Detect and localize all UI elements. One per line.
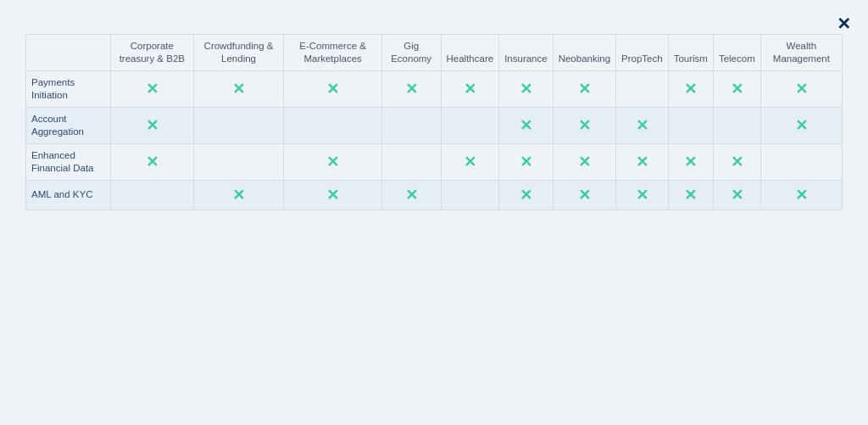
check-icon: ✕ (326, 81, 339, 98)
cell-r2-c8: ✕ (668, 143, 713, 180)
check-icon: ✕ (146, 117, 159, 134)
cell-r1-c8 (668, 107, 713, 143)
header-col-ecommerce: E-Commerce & Marketplaces (284, 35, 381, 71)
check-icon: ✕ (578, 117, 591, 134)
check-icon: ✕ (146, 154, 159, 171)
check-icon: ✕ (636, 117, 648, 134)
cell-r1-c9 (713, 107, 760, 143)
header-col-wealth: Wealth Management (760, 35, 842, 71)
check-icon: ✕ (464, 81, 476, 98)
header-col-tourism: Tourism (668, 35, 713, 71)
cell-r3-c9: ✕ (713, 180, 760, 210)
cell-r1-c7: ✕ (616, 107, 669, 143)
check-icon: ✕ (232, 187, 245, 204)
cell-r2-c4: ✕ (441, 143, 499, 180)
cell-r3-c10: ✕ (760, 180, 842, 210)
check-icon: ✕ (326, 187, 339, 204)
cell-r0-c8: ✕ (668, 70, 713, 107)
cell-r3-c2: ✕ (284, 180, 381, 210)
check-icon: ✕ (405, 187, 418, 204)
cell-r2-c6: ✕ (553, 143, 615, 180)
cell-r0-c10: ✕ (760, 70, 842, 107)
check-icon: ✕ (636, 154, 648, 171)
cell-r0-c0: ✕ (111, 70, 194, 107)
cell-r1-c1 (193, 107, 284, 143)
cell-r0-c5: ✕ (499, 70, 554, 107)
check-icon: ✕ (146, 81, 159, 98)
page-container: ✕ Corporate treasury & B2BCrowdfunding &… (0, 0, 868, 425)
header-col-healthcare: Healthcare (441, 35, 499, 71)
cell-r1-c4 (441, 107, 499, 143)
check-icon: ✕ (326, 154, 339, 171)
cell-r2-c7: ✕ (616, 143, 669, 180)
cell-r2-c0: ✕ (111, 143, 194, 180)
check-icon: ✕ (795, 187, 808, 204)
row-label-3: AML and KYC (26, 180, 111, 210)
logo-icon: ✕ (837, 14, 851, 34)
cell-r2-c2: ✕ (284, 143, 381, 180)
check-icon: ✕ (405, 81, 418, 98)
cell-r0-c7 (616, 70, 669, 107)
comparison-table: Corporate treasury & B2BCrowdfunding & L… (25, 34, 843, 210)
row-label-0: Payments Initiation (26, 70, 111, 107)
check-icon: ✕ (731, 154, 743, 171)
cell-r3-c7: ✕ (616, 180, 669, 210)
check-icon: ✕ (684, 154, 697, 171)
cell-r1-c0: ✕ (111, 107, 194, 143)
header-col-corporate: Corporate treasury & B2B (111, 35, 194, 71)
cell-r3-c3: ✕ (381, 180, 441, 210)
cell-r1-c5: ✕ (499, 107, 554, 143)
cell-r1-c10: ✕ (760, 107, 842, 143)
header-col-telecom: Telecom (713, 35, 760, 71)
check-icon: ✕ (520, 81, 532, 98)
cell-r2-c1 (193, 143, 284, 180)
cell-r0-c4: ✕ (441, 70, 499, 107)
header-col-neobanking: Neobanking (553, 35, 615, 71)
cell-r3-c0 (111, 180, 194, 210)
table-row: Payments Initiation✕✕✕✕✕✕✕✕✕✕ (26, 70, 843, 107)
check-icon: ✕ (520, 117, 532, 134)
cell-r3-c8: ✕ (668, 180, 713, 210)
cell-r1-c6: ✕ (553, 107, 615, 143)
table-row: Account Aggregation✕✕✕✕✕ (26, 107, 843, 143)
table-header-row: Corporate treasury & B2BCrowdfunding & L… (26, 35, 843, 71)
cell-r2-c10 (760, 143, 842, 180)
header-col-proptech: PropTech (616, 35, 669, 71)
row-label-2: Enhanced Financial Data (26, 143, 111, 180)
cell-r0-c9: ✕ (713, 70, 760, 107)
cell-r3-c5: ✕ (499, 180, 554, 210)
cell-r1-c2 (284, 107, 381, 143)
cell-r0-c1: ✕ (193, 70, 284, 107)
cell-r2-c5: ✕ (499, 143, 554, 180)
check-icon: ✕ (795, 81, 808, 98)
check-icon: ✕ (578, 81, 591, 98)
check-icon: ✕ (684, 81, 697, 98)
row-label-1: Account Aggregation (26, 107, 111, 143)
check-icon: ✕ (795, 117, 808, 134)
cell-r0-c6: ✕ (553, 70, 615, 107)
table-row: AML and KYC✕✕✕✕✕✕✕✕✕ (26, 180, 843, 210)
cell-r0-c3: ✕ (381, 70, 441, 107)
check-icon: ✕ (520, 154, 532, 171)
check-icon: ✕ (578, 187, 591, 204)
check-icon: ✕ (731, 187, 743, 204)
check-icon: ✕ (520, 187, 532, 204)
check-icon: ✕ (578, 154, 591, 171)
cell-r2-c3 (381, 143, 441, 180)
check-icon: ✕ (684, 187, 697, 204)
header-col-insurance: Insurance (499, 35, 554, 71)
cell-r0-c2: ✕ (284, 70, 381, 107)
cell-r2-c9: ✕ (713, 143, 760, 180)
cell-r3-c4 (441, 180, 499, 210)
header-empty (26, 35, 111, 71)
check-icon: ✕ (232, 81, 245, 98)
cell-r3-c6: ✕ (553, 180, 615, 210)
cell-r3-c1: ✕ (193, 180, 284, 210)
table-row: Enhanced Financial Data✕✕✕✕✕✕✕✕ (26, 143, 843, 180)
header-col-gig: Gig Economy (381, 35, 441, 71)
check-icon: ✕ (636, 187, 648, 204)
check-icon: ✕ (731, 81, 743, 98)
check-icon: ✕ (464, 154, 476, 171)
cell-r1-c3 (381, 107, 441, 143)
header-col-crowdfunding: Crowdfunding & Lending (193, 35, 284, 71)
